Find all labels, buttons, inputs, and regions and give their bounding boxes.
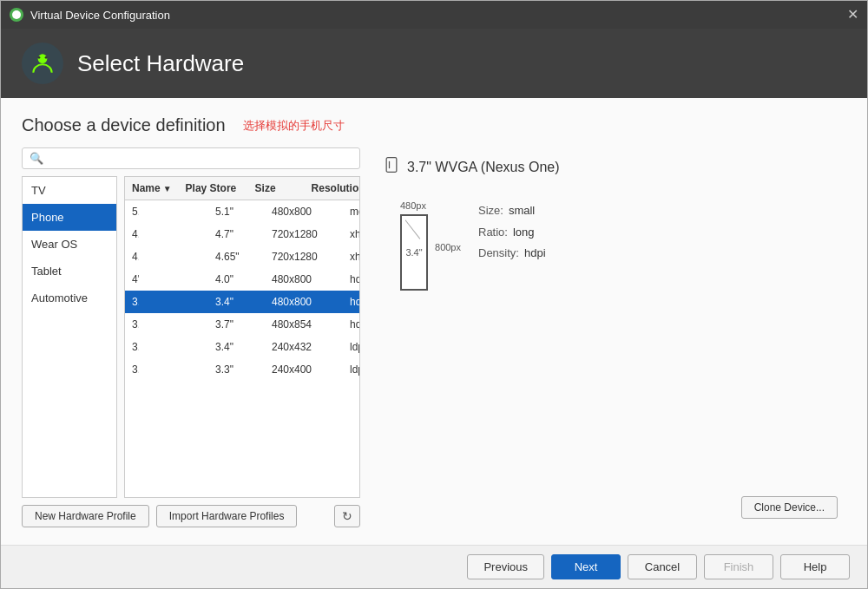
spec-value: small — [509, 200, 535, 222]
refresh-icon: ↻ — [342, 509, 352, 523]
cell-name: 5.1" WVGA — [125, 200, 139, 223]
help-button[interactable]: Help — [780, 554, 850, 579]
spec-row: Size:small — [478, 200, 546, 222]
device-icon — [383, 156, 400, 178]
category-item-tablet[interactable]: Tablet — [23, 258, 116, 285]
category-item-phone[interactable]: Phone — [23, 204, 116, 231]
col-name: Name ▼ — [125, 177, 179, 200]
device-specs: Size:smallRatio:longDensity:hdpi — [478, 200, 546, 265]
spec-label: Ratio: — [478, 222, 508, 244]
device-table: Name ▼ Play Store Size Resolution Densit… — [124, 176, 360, 498]
cell-play-store — [139, 358, 208, 381]
cell-play-store — [139, 336, 208, 358]
svg-rect-4 — [386, 158, 397, 173]
table-row[interactable]: 3.7" WVGA (Nexus ... 3.4" 480x800 hdpi — [125, 291, 359, 313]
import-hardware-profiles-button[interactable]: Import Hardware Profiles — [156, 505, 298, 527]
right-panel: 3.7" WVGA (Nexus One) 480px 3.4" 800px — [374, 147, 846, 527]
cell-density: hdpi — [343, 291, 359, 313]
spec-label: Density: — [478, 243, 519, 265]
cell-size: 3.4" — [208, 291, 265, 313]
cell-play-store — [139, 223, 208, 245]
spec-value: hdpi — [524, 243, 546, 265]
clone-device-button[interactable]: Clone Device... — [741, 496, 838, 519]
header-title: Select Hardware — [77, 50, 244, 77]
cell-play-store — [139, 313, 208, 336]
new-hardware-profile-button[interactable]: New Hardware Profile — [22, 505, 149, 527]
cell-density: xhdpi — [343, 223, 359, 245]
device-preview-body: 480px 3.4" 800px Size:smallRatio:longDen… — [383, 200, 838, 291]
content-title-row: Choose a device definition 选择模拟的手机尺寸 — [22, 115, 846, 135]
spec-row: Density:hdpi — [478, 243, 546, 265]
cell-name: 3.4" WQVGA — [125, 336, 139, 358]
cell-resolution: 480x854 — [265, 313, 343, 336]
cell-name: 4" WVGA (Nexus S) — [125, 268, 139, 291]
cell-name: 3.7" WVGA (Nexus ... — [125, 291, 139, 313]
cell-resolution: 480x800 — [265, 200, 343, 223]
spec-label: Size: — [478, 200, 503, 222]
cell-play-store — [139, 268, 208, 291]
cell-density: hdpi — [343, 313, 359, 336]
search-icon: 🔍 — [30, 152, 43, 165]
previous-button[interactable]: Previous — [467, 554, 544, 579]
cell-resolution: 480x800 — [265, 291, 343, 313]
cell-density: hdpi — [343, 268, 359, 291]
footer: Previous Next Cancel Finish Help — [1, 545, 867, 588]
window-title: Virtual Device Configuration — [30, 9, 170, 22]
search-input[interactable] — [49, 152, 352, 165]
cell-density: ldpi — [343, 336, 359, 358]
svg-point-2 — [38, 56, 41, 59]
action-row: New Hardware Profile Import Hardware Pro… — [22, 505, 360, 527]
svg-point-1 — [38, 54, 48, 63]
cell-name: 3.7" FWVGA slider — [125, 313, 139, 336]
table-row[interactable]: 4.7" WXGA 4.7" 720x1280 xhdpi — [125, 223, 359, 245]
table-row[interactable]: 3.7" FWVGA slider 3.7" 480x854 hdpi — [125, 313, 359, 336]
cancel-button[interactable]: Cancel — [628, 554, 697, 579]
phone-size-label: 3.4" — [405, 247, 422, 258]
cell-size: 5.1" — [208, 200, 265, 223]
cell-size: 4.0" — [208, 268, 265, 291]
table-row[interactable]: 4" WVGA (Nexus S) 4.0" 480x800 hdpi — [125, 268, 359, 291]
spec-value: long — [513, 222, 535, 244]
header: Select Hardware — [1, 29, 867, 98]
table-body: 5.1" WVGA 5.1" 480x800 mdpi 4.7" WXGA 4.… — [125, 200, 359, 497]
main-content: Choose a device definition 选择模拟的手机尺寸 🔍 T… — [1, 98, 867, 545]
cell-name: 4.7" WXGA — [125, 223, 139, 245]
cell-play-store — [139, 245, 208, 268]
table-header: Name ▼ Play Store Size Resolution Densit… — [125, 177, 359, 200]
px-top-label: 480px — [400, 200, 461, 211]
cell-size: 4.65" — [208, 245, 265, 268]
finish-button[interactable]: Finish — [704, 554, 773, 579]
cell-density: xhdpi — [343, 245, 359, 268]
section-title: Choose a device definition — [22, 115, 226, 135]
subtitle-hint: 选择模拟的手机尺寸 — [243, 118, 345, 134]
category-item-wear-os[interactable]: Wear OS — [23, 231, 116, 258]
table-row[interactable]: 3.3" WQVGA 3.3" 240x400 ldpi — [125, 358, 359, 381]
category-item-tv[interactable]: TV — [23, 177, 116, 204]
header-icon — [22, 43, 63, 84]
sort-arrow-icon: ▼ — [163, 184, 172, 193]
cell-size: 4.7" — [208, 223, 265, 245]
category-panel: TV Phone Wear OS Tablet Automotive — [22, 176, 117, 498]
cell-size: 3.3" — [208, 358, 265, 381]
col-size: Size — [248, 177, 305, 200]
close-button[interactable]: ✕ — [847, 8, 858, 22]
refresh-button[interactable]: ↻ — [334, 505, 360, 527]
phone-box: 3.4" — [400, 214, 428, 291]
title-bar-left: Virtual Device Configuration — [10, 8, 170, 22]
table-row[interactable]: 4.65" 720p (Galaxy ... 4.65" 720x1280 xh… — [125, 245, 359, 268]
phone-diagram: 480px 3.4" 800px — [383, 200, 461, 291]
table-row[interactable]: 3.4" WQVGA 3.4" 240x432 ldpi — [125, 336, 359, 358]
two-column: TV Phone Wear OS Tablet Automotive Name … — [22, 176, 360, 498]
cell-resolution: 720x1280 — [265, 245, 343, 268]
cell-size: 3.7" — [208, 313, 265, 336]
next-button[interactable]: Next — [551, 554, 621, 579]
left-panel: 🔍 TV Phone Wear OS Tablet Automotive — [22, 147, 360, 527]
spec-row: Ratio:long — [478, 222, 546, 244]
search-bar: 🔍 — [22, 147, 360, 169]
table-row[interactable]: 5.1" WVGA 5.1" 480x800 mdpi — [125, 200, 359, 223]
cell-name: 4.65" 720p (Galaxy ... — [125, 245, 139, 268]
category-item-automotive[interactable]: Automotive — [23, 285, 116, 311]
device-preview-title: 3.7" WVGA (Nexus One) — [383, 156, 838, 178]
col-resolution: Resolution — [305, 177, 360, 200]
svg-point-0 — [12, 10, 21, 19]
